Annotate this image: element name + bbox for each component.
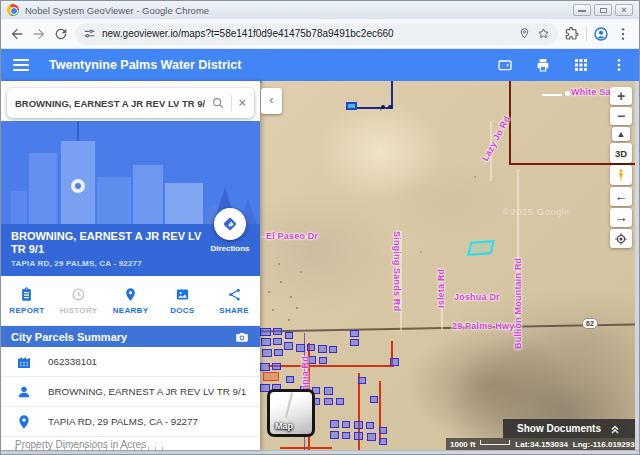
parcel[interactable]: [262, 349, 272, 357]
basemap-icon[interactable]: [497, 57, 513, 73]
show-documents-button[interactable]: Show Documents: [503, 419, 635, 438]
parcel[interactable]: [318, 345, 327, 353]
selected-parcel[interactable]: [263, 372, 279, 381]
parcel[interactable]: [261, 338, 271, 346]
app-menu-dots-icon[interactable]: [611, 57, 627, 73]
parcel[interactable]: [354, 432, 363, 440]
parcel[interactable]: [273, 338, 282, 345]
measure-line: [542, 94, 562, 96]
summary-row-owner[interactable]: BROWNING, EARNEST A JR REV LV TR 9/1: [1, 377, 260, 407]
parcel[interactable]: [272, 363, 281, 370]
clear-search-icon[interactable]: ×: [238, 96, 246, 110]
map-type-toggle[interactable]: Map: [267, 389, 315, 437]
app-title: Twentynine Palms Water District: [49, 58, 475, 72]
parcel[interactable]: [370, 396, 378, 403]
summary-row-apn[interactable]: 062338101: [1, 347, 260, 377]
bookmark-star-icon[interactable]: [537, 27, 550, 40]
measure-dot: [565, 91, 570, 96]
back-icon[interactable]: [9, 26, 25, 42]
minimize-button[interactable]: [573, 4, 591, 16]
parcel[interactable]: [354, 421, 363, 429]
map-label-29-palms-hwy: 29 Palms Hwy: [452, 321, 514, 331]
location-pin-icon[interactable]: [518, 27, 531, 40]
parcel[interactable]: [284, 342, 293, 350]
parcel[interactable]: [329, 346, 337, 353]
apps-grid-icon[interactable]: [573, 57, 589, 73]
parcel[interactable]: [324, 387, 333, 395]
close-button[interactable]: ×: [615, 4, 633, 16]
search-input[interactable]: BROWNING, EARNEST A JR REV LV TR 9/1: [15, 98, 205, 109]
parcel[interactable]: [330, 420, 339, 428]
history-icon: [71, 287, 86, 302]
action-docs-button[interactable]: DOCS: [156, 276, 208, 325]
summary-row-address[interactable]: TAPIA RD, 29 PALMS, CA - 92277: [1, 407, 260, 437]
clipped-value-row: [15, 447, 165, 450]
parcel[interactable]: [260, 328, 271, 336]
zoom-out-button[interactable]: −: [610, 107, 632, 125]
my-location-icon[interactable]: [610, 229, 632, 248]
3d-button[interactable]: 3D: [610, 143, 632, 163]
pipeline-marker[interactable]: [346, 102, 357, 110]
parcel[interactable]: [350, 330, 359, 337]
parcel[interactable]: [260, 363, 270, 371]
parcel[interactable]: [358, 377, 366, 384]
browser-toolbar: new.geoviewer.io/maps?t=58e141f0d9e41475…: [1, 19, 639, 49]
action-label: REPORT: [9, 306, 44, 315]
map-canvas[interactable]: 62 ©2025 Google ‹ + − ▲ 3D ← → Map Show …: [260, 81, 635, 450]
parcel[interactable]: [296, 344, 305, 352]
parcel[interactable]: [379, 438, 387, 445]
place-address: TAPIA RD, 29 PALMS, CA - 92277: [11, 259, 250, 268]
parcel[interactable]: [342, 421, 350, 428]
water-main-line: [268, 365, 394, 367]
menu-hamburger-icon[interactable]: [13, 59, 29, 71]
parcel[interactable]: [379, 427, 387, 434]
parcel[interactable]: [350, 339, 359, 346]
action-label: DOCS: [170, 306, 194, 315]
parcel[interactable]: [390, 358, 399, 366]
action-nearby-button[interactable]: NEARBY: [105, 276, 157, 325]
forward-icon[interactable]: [31, 26, 47, 42]
extensions-icon[interactable]: [564, 26, 580, 42]
parcel[interactable]: [336, 398, 344, 405]
parcel[interactable]: [324, 398, 333, 405]
profile-avatar-icon[interactable]: [593, 26, 609, 42]
highway-62-shield: 62: [582, 318, 598, 329]
site-settings-icon[interactable]: [83, 27, 96, 40]
camera-icon[interactable]: [234, 330, 250, 344]
parcel[interactable]: [273, 328, 282, 335]
parcel[interactable]: [342, 432, 350, 439]
collapse-panel-icon[interactable]: ‹: [261, 88, 282, 114]
highway-62-road: [260, 323, 635, 332]
action-history-button[interactable]: HISTORY: [53, 276, 105, 325]
address-bar[interactable]: new.geoviewer.io/maps?t=58e141f0d9e41475…: [75, 23, 558, 45]
parcel[interactable]: [367, 433, 376, 441]
map-label-singing-sands-rd: Singing Sands Rd: [392, 231, 402, 311]
parcel[interactable]: [274, 349, 283, 356]
maximize-button[interactable]: [594, 4, 612, 16]
print-icon[interactable]: [535, 57, 551, 73]
url-text[interactable]: new.geoviewer.io/maps?t=58e141f0d9e41475…: [102, 28, 512, 39]
reload-icon[interactable]: [53, 26, 69, 42]
browser-menu-icon[interactable]: [615, 26, 631, 42]
parcel[interactable]: [319, 357, 327, 364]
highlighted-parcel[interactable]: [467, 240, 495, 256]
directions-label: Directions: [206, 244, 254, 253]
search-icon[interactable]: [211, 96, 225, 110]
parcel[interactable]: [307, 344, 315, 351]
history-back-button[interactable]: ←: [610, 187, 632, 206]
directions-button[interactable]: [214, 208, 246, 240]
zoom-in-button[interactable]: +: [610, 87, 632, 105]
action-report-button[interactable]: REPORT: [1, 276, 53, 325]
tilt-button[interactable]: ▲: [612, 127, 630, 141]
pegman-icon[interactable]: [610, 165, 632, 185]
parcel[interactable]: [330, 431, 339, 439]
action-share-button[interactable]: SHARE: [208, 276, 260, 325]
parcel[interactable]: [286, 376, 294, 383]
parcel[interactable]: [285, 332, 293, 339]
parcel[interactable]: [366, 422, 374, 429]
scale-label: 1000 ft: [450, 440, 475, 449]
longitude-readout: Lng:-116.019293: [573, 440, 635, 449]
app-header: Twentynine Palms Water District: [1, 49, 639, 81]
history-forward-button[interactable]: →: [610, 208, 632, 227]
share-icon: [227, 287, 242, 302]
